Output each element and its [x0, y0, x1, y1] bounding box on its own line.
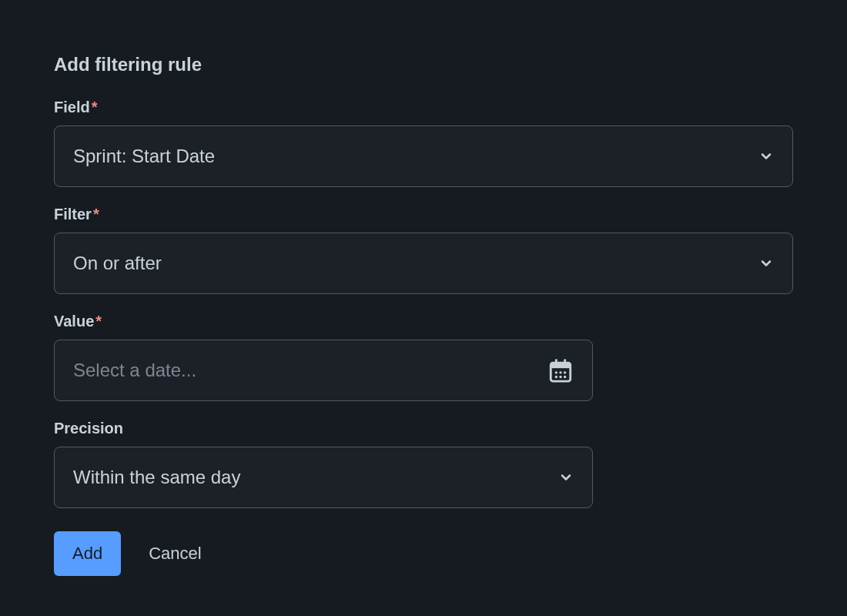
field-group-field: Field* Sprint: Start Date — [54, 99, 793, 187]
svg-point-8 — [559, 376, 561, 378]
add-button[interactable]: Add — [54, 531, 121, 576]
svg-point-7 — [555, 376, 557, 378]
field-group-value: Value* Select a date... — [54, 313, 593, 401]
calendar-icon — [547, 357, 574, 383]
precision-label: Precision — [54, 420, 123, 437]
filter-label-row: Filter* — [54, 206, 793, 233]
required-indicator: * — [93, 206, 99, 223]
filter-label: Filter — [54, 206, 92, 223]
button-row: Add Cancel — [54, 531, 793, 576]
value-label: Value — [54, 313, 94, 330]
field-select-value: Sprint: Start Date — [73, 146, 758, 167]
chevron-down-icon — [758, 149, 774, 164]
precision-select[interactable]: Within the same day — [54, 447, 593, 508]
precision-label-row: Precision — [54, 420, 593, 447]
field-select[interactable]: Sprint: Start Date — [54, 126, 793, 187]
add-filtering-rule-form: Add filtering rule Field* Sprint: Start … — [0, 0, 847, 576]
value-label-row: Value* — [54, 313, 593, 340]
chevron-down-icon — [758, 256, 774, 271]
svg-point-5 — [559, 371, 561, 373]
svg-point-4 — [555, 371, 557, 373]
svg-point-6 — [564, 371, 566, 373]
field-label-row: Field* — [54, 99, 793, 126]
chevron-down-icon — [558, 470, 574, 485]
required-indicator: * — [95, 313, 102, 330]
value-date-placeholder: Select a date... — [73, 360, 547, 381]
filter-select-value: On or after — [73, 253, 758, 274]
precision-select-value: Within the same day — [73, 467, 558, 488]
cancel-button[interactable]: Cancel — [149, 544, 201, 564]
value-date-input[interactable]: Select a date... — [54, 340, 593, 401]
field-group-precision: Precision Within the same day — [54, 420, 593, 508]
filter-select[interactable]: On or after — [54, 233, 793, 294]
svg-rect-1 — [551, 363, 571, 368]
field-group-filter: Filter* On or after — [54, 206, 793, 294]
svg-point-9 — [564, 376, 566, 378]
field-label: Field — [54, 99, 90, 116]
form-title: Add filtering rule — [54, 54, 793, 75]
required-indicator: * — [92, 99, 98, 116]
